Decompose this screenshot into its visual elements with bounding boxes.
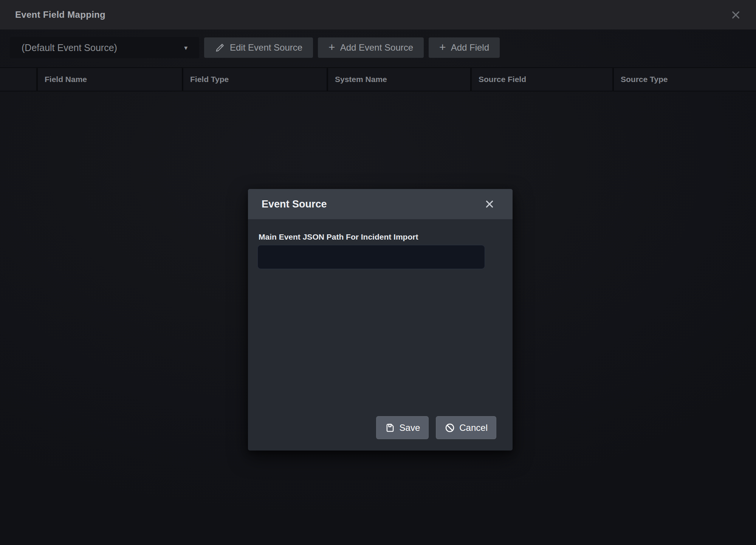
window-titlebar: Event Field Mapping [0, 0, 756, 29]
cancel-button[interactable]: Cancel [436, 416, 496, 439]
modal-footer: Save Cancel [376, 416, 496, 439]
json-path-input[interactable] [257, 245, 485, 269]
event-field-mapping-window: Event Field Mapping (Default Event Sourc… [0, 0, 756, 545]
add-event-source-button[interactable]: + Add Event Source [318, 37, 424, 58]
column-header-system-name: System Name [328, 68, 470, 91]
chevron-down-icon: ▼ [183, 45, 189, 51]
column-header-field-name: Field Name [38, 68, 182, 91]
toolbar: (Default Event Source) ▼ Edit Event Sour… [0, 29, 756, 58]
column-header-source-type: Source Type [614, 68, 756, 91]
modal-body: Main Event JSON Path For Incident Import [248, 219, 513, 269]
event-source-modal: Event Source Main Event JSON Path For In… [248, 189, 513, 451]
edit-event-source-button[interactable]: Edit Event Source [204, 37, 313, 58]
modal-close-button[interactable] [482, 197, 497, 211]
close-icon [485, 199, 494, 209]
event-source-select[interactable]: (Default Event Source) ▼ [10, 37, 199, 58]
save-label: Save [400, 423, 420, 433]
add-field-button[interactable]: + Add Field [429, 37, 500, 58]
close-icon [731, 10, 741, 20]
column-header-source-field: Source Field [472, 68, 612, 91]
plus-icon: + [328, 42, 335, 53]
plus-icon: + [439, 42, 446, 53]
column-header-field-type: Field Type [183, 68, 327, 91]
cancel-label: Cancel [459, 423, 488, 433]
table-header-spacer [0, 68, 36, 91]
save-button[interactable]: Save [376, 416, 429, 439]
modal-titlebar: Event Source [248, 189, 513, 219]
event-source-select-value: (Default Event Source) [22, 42, 117, 53]
window-close-button[interactable] [728, 8, 743, 22]
json-path-label: Main Event JSON Path For Incident Import [259, 232, 502, 242]
cancel-icon [445, 423, 455, 433]
page-title: Event Field Mapping [15, 9, 105, 20]
table-header-row: Field Name Field Type System Name Source… [0, 67, 756, 91]
save-icon [385, 423, 395, 433]
modal-title: Event Source [262, 198, 327, 210]
edit-event-source-label: Edit Event Source [230, 42, 302, 53]
pencil-icon [215, 43, 225, 53]
add-field-label: Add Field [451, 42, 489, 53]
add-event-source-label: Add Event Source [340, 42, 413, 53]
